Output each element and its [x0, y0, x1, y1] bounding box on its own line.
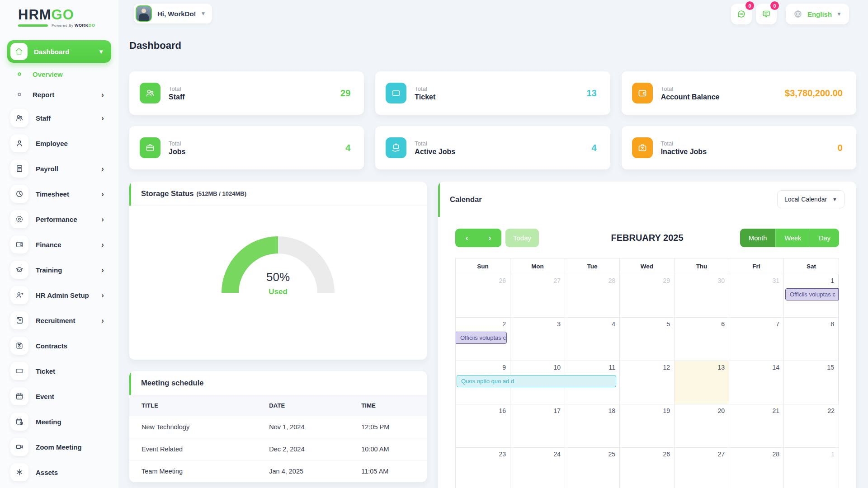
calendar-day-cell[interactable]: 21	[729, 404, 784, 448]
scroll-icon	[10, 311, 28, 329]
calendar-event[interactable]: Officiis voluptas c	[785, 288, 839, 300]
chevron-right-icon: ›	[101, 317, 104, 324]
calendar-day-cell[interactable]: 25	[565, 448, 620, 488]
sidebar-item-event[interactable]: Event	[7, 385, 111, 407]
sidebar-item-performance[interactable]: Performance›	[7, 208, 111, 230]
sidebar-item-ticket[interactable]: Ticket	[7, 360, 111, 382]
calendar-grid: SunMonTueWedThuFriSat 2627282930311Offic…	[455, 258, 839, 488]
sidebar-item-recruitment[interactable]: Recruitment›	[7, 310, 111, 331]
calendar-day-cell[interactable]: 28	[565, 274, 620, 318]
calendar-day-cell[interactable]: 12	[620, 361, 675, 404]
sidebar-item-payroll[interactable]: Payroll›	[7, 158, 111, 179]
calendar-toolbar: ‹ › Today FEBRUARY 2025 MonthWeekDay	[455, 229, 839, 247]
calendar-day-cell[interactable]: 15	[784, 361, 839, 404]
sidebar-item-assets[interactable]: Assets	[7, 461, 111, 483]
calendar-day-cell[interactable]: 13	[675, 361, 729, 404]
stat-label: Active Jobs	[415, 148, 591, 156]
stat-prefix: Total	[169, 140, 345, 147]
sidebar-item-staff[interactable]: Staff›	[7, 107, 111, 129]
calendar-day-cell[interactable]: 22	[784, 404, 839, 448]
calendar-day-cell[interactable]: 27	[510, 274, 565, 318]
file-icon	[10, 160, 28, 178]
calendar-day-cell[interactable]: 26	[620, 448, 675, 488]
sidebar-item-timesheet[interactable]: Timesheet›	[7, 183, 111, 205]
dot-icon	[14, 70, 24, 79]
app-logo: HRMGO Powered By WORKDO	[0, 0, 118, 28]
calendar-event[interactable]: Officiis voluptas c	[456, 332, 507, 344]
page-title: Dashboard	[129, 40, 856, 52]
calendar-day-cell[interactable]: 4	[565, 318, 620, 361]
calendar-day-cell[interactable]: 14	[729, 361, 784, 404]
calendar-day-cell[interactable]: 19	[620, 404, 675, 448]
stat-text: TotalTicket	[415, 85, 586, 101]
calendar-day-cell[interactable]: 29	[620, 274, 675, 318]
stat-prefix: Total	[169, 85, 340, 92]
sidebar-item-label: Recruitment	[36, 317, 101, 324]
sidebar-item-zoom-meeting[interactable]: Zoom Meeting	[7, 436, 111, 458]
card-accent-bar	[129, 182, 131, 206]
calendar-day-cell[interactable]: 5	[620, 318, 675, 361]
wallet-icon	[10, 235, 28, 253]
day-number: 9	[502, 364, 506, 371]
calendar-week: 9101112131415Quos optio quo ad d	[456, 361, 839, 404]
sidebar-item-training[interactable]: Training›	[7, 259, 111, 281]
sidebar-item-meeting[interactable]: Meeting	[7, 411, 111, 432]
sidebar-item-employee[interactable]: Employee	[7, 132, 111, 154]
stat-card-account-balance: TotalAccount Balance$3,780,200.00	[622, 71, 856, 115]
calendar-day-cell[interactable]: 30	[675, 274, 729, 318]
meeting-cell: Event Related	[129, 438, 269, 460]
sidebar-item-label: Contracts	[36, 342, 104, 350]
day-number: 10	[553, 364, 561, 371]
meeting-title: Meeting schedule	[141, 379, 203, 387]
sidebar-item-label: Performance	[36, 216, 101, 223]
calendar-day-cell[interactable]: 24	[510, 448, 565, 488]
day-header-wed: Wed	[620, 258, 675, 274]
stat-label: Jobs	[169, 148, 345, 156]
day-number: 28	[772, 450, 779, 458]
day-header-thu: Thu	[675, 258, 729, 274]
sidebar-item-dashboard[interactable]: Dashboard▼	[7, 40, 111, 63]
meeting-cell: 10:00 AM	[361, 438, 427, 460]
chevron-right-icon: ›	[101, 114, 104, 122]
day-number: 24	[553, 450, 561, 458]
sidebar-item-finance[interactable]: Finance›	[7, 234, 111, 255]
sidebar-item-label: Training	[36, 266, 101, 274]
calendar-day-cell[interactable]: 6	[675, 318, 729, 361]
chevron-right-icon: ›	[101, 291, 104, 299]
sidebar-item-report[interactable]: Report›	[7, 85, 111, 103]
sidebar-item-label: Finance	[36, 241, 101, 249]
powered-brand: WORK	[75, 23, 89, 28]
calendar-day-cell[interactable]: 1	[784, 448, 839, 488]
sidebar-item-label: Employee	[36, 140, 104, 147]
stat-card-active-jobs: TotalActive Jobs4	[375, 126, 610, 169]
calendar-day-cell[interactable]: 16	[456, 404, 510, 448]
stat-text: TotalInactive Jobs	[661, 140, 838, 156]
calendar-day-cell[interactable]: 27	[675, 448, 729, 488]
stat-value: 0	[838, 143, 843, 153]
stat-card-inactive-jobs: TotalInactive Jobs0	[622, 126, 856, 169]
user-plus-icon	[10, 286, 28, 304]
calendar-day-cell[interactable]: 3	[510, 318, 565, 361]
calendar-day-cell[interactable]: 26	[456, 274, 510, 318]
calendar-day-cell[interactable]: 20	[675, 404, 729, 448]
asterisk-icon	[10, 463, 28, 481]
calendar-day-cell[interactable]: 31	[729, 274, 784, 318]
calendar-day-cell[interactable]: 28	[729, 448, 784, 488]
powered-by-text: Powered By	[52, 23, 73, 28]
calendar-icon	[10, 387, 28, 405]
meeting-cell: Jan 4, 2025	[269, 460, 361, 483]
calendar-day-cell[interactable]: 7	[729, 318, 784, 361]
sidebar-item-contracts[interactable]: Contracts	[7, 335, 111, 357]
calendar-day-cell[interactable]: 23	[456, 448, 510, 488]
calendar-day-cell[interactable]: 17	[510, 404, 565, 448]
calendar-event[interactable]: Quos optio quo ad d	[457, 375, 616, 387]
calendar-day-cell[interactable]: 18	[565, 404, 620, 448]
storage-percent: 50%	[219, 270, 337, 284]
meeting-col-title: TITLE	[129, 395, 269, 416]
calendar-day-cell[interactable]: 8	[784, 318, 839, 361]
calendar-type-select[interactable]: Local Calendar ▼	[777, 190, 844, 208]
calendar-week: 2324252627281	[456, 448, 839, 488]
sidebar-item-hr-admin-setup[interactable]: HR Admin Setup›	[7, 284, 111, 306]
sidebar-item-overview[interactable]: Overview	[7, 65, 111, 83]
day-number: 12	[663, 364, 670, 371]
